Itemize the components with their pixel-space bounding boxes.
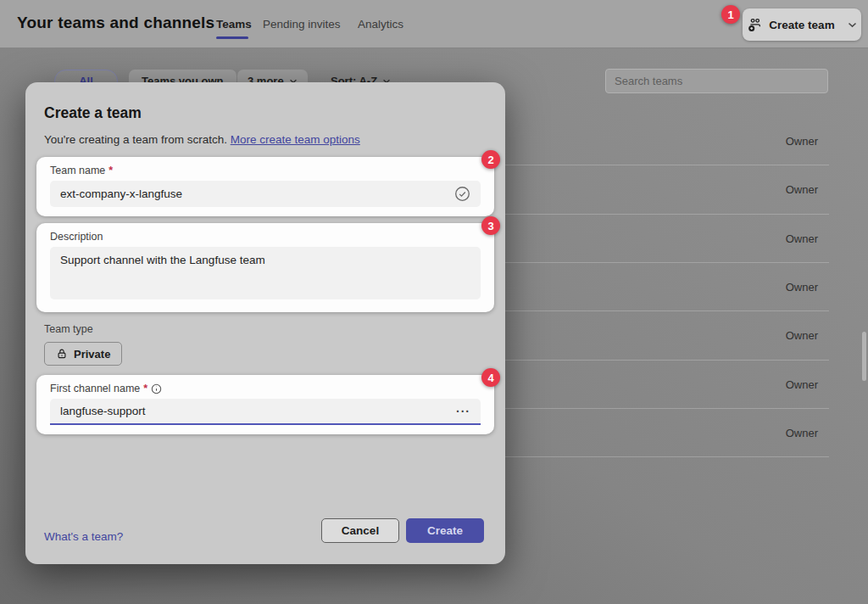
team-row-owner: Owner — [786, 183, 818, 196]
team-name-field-card: 2 Team name * — [36, 157, 494, 216]
first-channel-input[interactable] — [60, 405, 456, 417]
required-asterisk: * — [143, 383, 147, 394]
team-row-owner: Owner — [786, 281, 818, 294]
description-textarea[interactable]: Support channel with the Langfuse team — [50, 247, 481, 299]
create-team-dialog: Create a team You're creating a team fro… — [25, 82, 505, 564]
team-name-label: Team name * — [50, 165, 481, 176]
page-title: Your teams and channels — [17, 14, 214, 32]
description-label-text: Description — [50, 231, 103, 243]
more-options-icon[interactable]: ··· — [456, 405, 470, 418]
team-row-owner: Owner — [786, 378, 818, 391]
lock-icon — [56, 348, 68, 360]
tab-teams[interactable]: Teams — [216, 18, 252, 31]
team-row-owner: Owner — [786, 232, 818, 245]
annotation-badge-2: 2 — [481, 150, 500, 169]
description-label: Description — [50, 231, 481, 243]
subtitle-text: You're creating a team from scratch. — [44, 133, 227, 146]
team-type-label: Team type — [44, 323, 494, 335]
team-row-owner: Owner — [786, 329, 818, 342]
cancel-button[interactable]: Cancel — [321, 518, 399, 543]
team-type-private-button[interactable]: Private — [44, 342, 122, 366]
team-name-input-wrap — [50, 181, 481, 207]
team-type-label-text: Team type — [44, 323, 93, 335]
create-team-label: Create team — [769, 19, 834, 31]
search-teams-input[interactable] — [605, 69, 828, 93]
team-name-input[interactable] — [60, 187, 454, 200]
team-row-owner: Owner — [786, 135, 818, 148]
scrollbar-thumb[interactable] — [862, 332, 866, 381]
more-create-options-link[interactable]: More create team options — [231, 133, 360, 146]
teams-manage-page: Your teams and channels Teams Pending in… — [0, 0, 868, 604]
team-row-owner: Owner — [786, 427, 818, 439]
checkmark-circle-icon — [454, 186, 470, 202]
annotation-badge-3: 3 — [481, 216, 500, 235]
team-name-label-text: Team name — [50, 165, 105, 176]
top-bar: Your teams and channels Teams Pending in… — [0, 0, 868, 48]
dialog-title: Create a team — [44, 104, 494, 122]
create-button[interactable]: Create — [406, 518, 484, 543]
create-team-icon — [747, 17, 763, 33]
info-icon[interactable] — [151, 383, 162, 394]
first-channel-field-card: 4 First channel name * ··· — [36, 375, 494, 434]
first-channel-label: First channel name * — [50, 383, 481, 394]
description-field-card: 3 Description Support channel with the L… — [36, 223, 494, 312]
dialog-subtitle: You're creating a team from scratch. Mor… — [44, 133, 494, 146]
annotation-badge-1: 1 — [721, 5, 740, 24]
first-channel-input-wrap: ··· — [50, 399, 481, 425]
tab-pending-invites[interactable]: Pending invites — [263, 18, 341, 31]
active-tab-underline — [216, 36, 248, 39]
first-channel-label-text: First channel name — [50, 383, 140, 394]
footer-buttons: Cancel Create — [321, 518, 484, 543]
tab-analytics[interactable]: Analytics — [358, 18, 403, 31]
whats-a-team-link[interactable]: What's a team? — [44, 530, 123, 543]
dialog-footer: What's a team? Cancel Create — [36, 518, 494, 543]
private-label: Private — [74, 348, 110, 361]
create-team-button[interactable]: Create team — [743, 8, 861, 41]
required-asterisk: * — [108, 165, 113, 176]
team-type-block: Team type Private — [44, 323, 494, 366]
chevron-down-icon — [848, 22, 857, 28]
annotation-badge-4: 4 — [481, 368, 500, 387]
